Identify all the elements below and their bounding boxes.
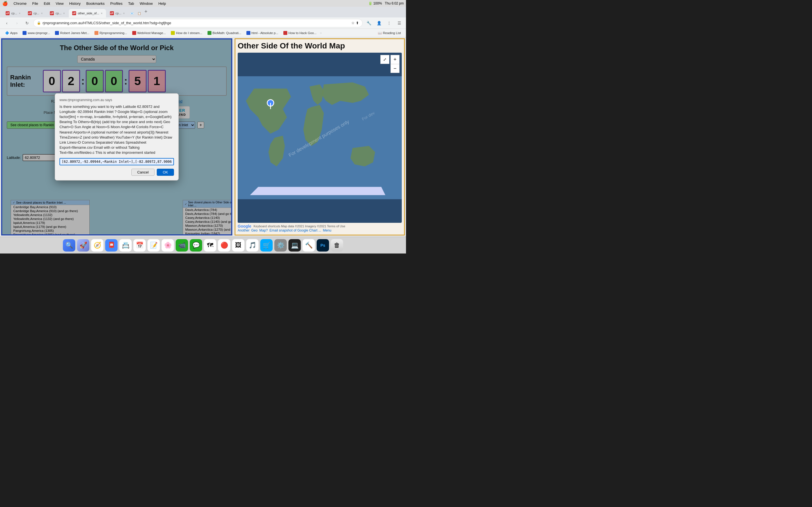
menu-edit[interactable]: Edit [43, 1, 51, 6]
tab-3-close[interactable]: × [63, 12, 65, 15]
dock-mail[interactable]: 📮 [105, 239, 117, 251]
tab-active[interactable]: cP other_side_of... × [69, 9, 106, 17]
new-tab-button[interactable]: + [144, 9, 147, 15]
menu-window[interactable]: Window [139, 1, 154, 6]
tab-5-close[interactable]: × [123, 12, 124, 15]
sidebar-button[interactable]: ☰ [395, 19, 403, 27]
html-label: html - Absolute p... [252, 31, 278, 35]
chrome-toolbar: ‹ › ↻ 🔒 rjmprogramming.com.au/HTMLCSS/ot… [0, 17, 406, 29]
forward-button[interactable]: › [13, 19, 21, 27]
menu-view[interactable]: View [55, 1, 65, 6]
share-icon[interactable]: ⬆ [356, 21, 359, 25]
map-footer: Google Keyboard shortcuts Map data ©2021… [238, 224, 402, 228]
address-bar[interactable]: 🔒 rjmprogramming.com.au/HTMLCSS/other_si… [33, 19, 363, 27]
dock-itunes[interactable]: 🎵 [246, 239, 259, 251]
stream-label: How do I stream... [176, 31, 202, 35]
bookmark-html[interactable]: html - Absolute p... [244, 31, 281, 36]
dock-photos[interactable]: 🌸 [161, 239, 174, 251]
back-button[interactable]: ‹ [3, 19, 11, 27]
reading-list-label: Reading List [383, 31, 401, 35]
dock-appstore[interactable]: 🛒 [260, 239, 273, 251]
bookmark-robert[interactable]: Robert James Met... [53, 31, 92, 36]
modal-header: www.rjmprogramming.com.au says [59, 98, 174, 102]
map-link-geo[interactable]: Geo [251, 228, 258, 232]
lock-icon: 🔒 [37, 21, 41, 25]
chrome-window: cP cp... × cP cp... × cP cp... × cP othe… [0, 7, 406, 253]
dock-trash[interactable]: 🗑 [331, 239, 343, 251]
map-link-map[interactable]: Map? [259, 228, 268, 232]
dock-finder[interactable]: 🔍 [63, 239, 75, 251]
dock-launchpad[interactable]: 🚀 [77, 239, 89, 251]
stream-favicon [171, 31, 175, 35]
menu-button[interactable]: ⋮ [385, 19, 393, 27]
map-title: Other Side Of the World Map [238, 41, 402, 50]
rjm-label: www.rjmprogr... [28, 31, 50, 35]
map-controls: + − [391, 55, 400, 73]
dock-safari[interactable]: 🧭 [91, 239, 103, 251]
tab-2[interactable]: cP cp... × [24, 9, 46, 17]
menu-bookmarks[interactable]: Bookmarks [85, 1, 106, 6]
tab-7[interactable]: 📋 [136, 9, 143, 17]
map-zoom-out[interactable]: − [391, 64, 400, 73]
webhost-favicon [132, 31, 136, 35]
tab-5[interactable]: cP cp... × [107, 9, 128, 17]
menu-profiles[interactable]: Profiles [109, 1, 123, 6]
tab-3[interactable]: cP cp... × [47, 9, 68, 17]
tab-active-close[interactable]: × [101, 12, 103, 15]
dock-facetime[interactable]: 📹 [175, 239, 188, 251]
bookmark-star-icon[interactable]: ☆ [351, 21, 355, 25]
dock-photoshop[interactable]: Ps [317, 239, 329, 251]
map-link-menu[interactable]: Menu [323, 228, 331, 232]
modal-input[interactable] [59, 158, 174, 165]
time-display: Thu 6:02 pm [385, 1, 404, 5]
tab-1[interactable]: cP cp... × [2, 9, 24, 17]
bookmark-rjm[interactable]: www.rjmprogr... [20, 31, 52, 36]
menu-chrome[interactable]: Chrome [12, 1, 28, 6]
map-link-email[interactable]: Email snapshot of Google Chart ... [269, 228, 321, 232]
bookmark-hack[interactable]: How to Hack Goo... [281, 31, 319, 36]
rjmprog-favicon [94, 31, 98, 35]
dock-terminal[interactable]: 💻 [289, 239, 301, 251]
profile-button[interactable]: 👤 [375, 19, 383, 27]
modal-ok-button[interactable]: OK [157, 169, 174, 176]
dock-messages[interactable]: 💬 [190, 239, 202, 251]
map-links: Another Geo Map? Email snapshot of Googl… [238, 228, 402, 232]
apple-menu[interactable]: 🍎 [2, 1, 8, 6]
map-expand-button[interactable]: ⤢ [380, 55, 389, 64]
dock-contacts[interactable]: 📇 [119, 239, 132, 251]
tab-2-close[interactable]: × [41, 12, 43, 15]
url-text: rjmprogramming.com.au/HTMLCSS/other_side… [43, 21, 350, 25]
dock-calendar[interactable]: 📅 [133, 239, 146, 251]
bookmark-rjmprog[interactable]: Rjmprogramming... [92, 31, 130, 36]
dock-reminders[interactable]: 📝 [147, 239, 160, 251]
reading-list-button[interactable]: 📖 Reading List [375, 31, 403, 36]
modal-cancel-button[interactable]: Cancel [132, 169, 154, 176]
menu-file[interactable]: File [31, 1, 39, 6]
menu-help[interactable]: Help [157, 1, 167, 6]
bookmark-biomath[interactable]: BioMath: Quadrati... [205, 31, 244, 36]
modal-buttons: Cancel OK [59, 169, 174, 176]
extensions-button[interactable]: 🔧 [365, 19, 373, 27]
map-svg: For development purposes only For dev [238, 53, 402, 223]
dock-chrome[interactable]: 🔴 [218, 239, 231, 251]
biomath-favicon [207, 31, 211, 35]
refresh-button[interactable]: ↻ [23, 19, 31, 27]
webhost-label: WebHost Manage... [137, 31, 166, 35]
tab-bar: cP cp... × cP cp... × cP cp... × cP othe… [0, 7, 406, 17]
dock-system-prefs[interactable]: ⚙️ [274, 239, 287, 251]
tab-1-close[interactable]: × [19, 12, 20, 15]
rjm-favicon [22, 31, 27, 35]
bookmark-webhost[interactable]: WebHost Manage... [130, 31, 168, 36]
map-zoom-in[interactable]: + [391, 55, 400, 64]
apps-label: Apps [10, 31, 17, 35]
menu-history[interactable]: History [68, 1, 82, 6]
menu-tab[interactable]: Tab [127, 1, 135, 6]
dock-preview[interactable]: 🖼 [232, 239, 245, 251]
tab-6[interactable]: 📧 [129, 9, 135, 17]
map-container: For development purposes only For dev ⤢ … [238, 53, 402, 223]
bookmark-apps[interactable]: 🔷 Apps [3, 31, 20, 36]
dock-xcode[interactable]: 🔨 [303, 239, 315, 251]
map-link-another[interactable]: Another [238, 228, 250, 232]
dock-maps[interactable]: 🗺 [204, 239, 216, 251]
bookmark-stream[interactable]: How do I stream... [168, 31, 204, 36]
